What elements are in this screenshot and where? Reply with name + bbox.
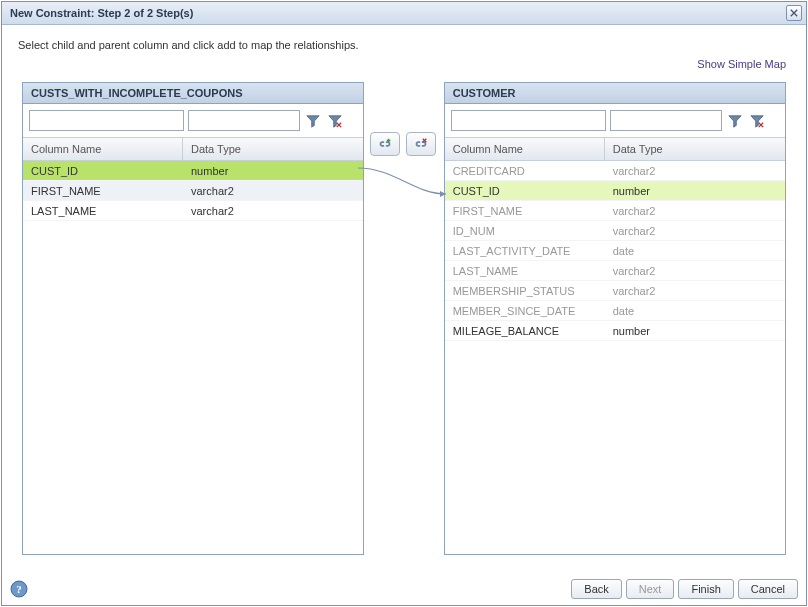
- table-row[interactable]: ID_NUMvarchar2: [445, 221, 785, 241]
- parent-clear-filter-button[interactable]: [748, 111, 766, 131]
- parent-filter-type-input[interactable]: [610, 110, 722, 131]
- table-row[interactable]: MEMBERSHIP_STATUSvarchar2: [445, 281, 785, 301]
- child-apply-filter-button[interactable]: [304, 111, 322, 131]
- data-type-cell: varchar2: [183, 185, 363, 197]
- column-name-cell: MILEAGE_BALANCE: [445, 325, 605, 337]
- table-row[interactable]: CREDITCARDvarchar2: [445, 161, 785, 181]
- child-table-panel: CUSTS_WITH_INCOMPLETE_COUPONS Column Nam…: [22, 82, 364, 555]
- funnel-icon: [728, 114, 742, 128]
- data-type-cell: date: [605, 305, 785, 317]
- child-rows: CUST_IDnumberFIRST_NAMEvarchar2LAST_NAME…: [23, 161, 363, 554]
- data-type-cell: number: [605, 325, 785, 337]
- child-filter-name-input[interactable]: [29, 110, 184, 131]
- table-row[interactable]: CUST_IDnumber: [23, 161, 363, 181]
- finish-button[interactable]: Finish: [678, 579, 733, 599]
- parent-header-name[interactable]: Column Name: [445, 138, 605, 160]
- table-row[interactable]: LAST_ACTIVITY_DATEdate: [445, 241, 785, 261]
- child-clear-filter-button[interactable]: [326, 111, 344, 131]
- parent-apply-filter-button[interactable]: [726, 111, 744, 131]
- parent-filter-name-input[interactable]: [451, 110, 606, 131]
- table-row[interactable]: MILEAGE_BALANCEnumber: [445, 321, 785, 341]
- column-name-cell: LAST_NAME: [445, 265, 605, 277]
- parent-table-title: CUSTOMER: [445, 83, 785, 104]
- help-icon: ?: [10, 580, 28, 598]
- data-type-cell: varchar2: [605, 225, 785, 237]
- svg-text:?: ?: [16, 583, 22, 595]
- data-type-cell: number: [605, 185, 785, 197]
- column-name-cell: CUST_ID: [23, 165, 183, 177]
- dialog-title-text: New Constraint: Step 2 of 2 Step(s): [10, 7, 193, 19]
- column-name-cell: LAST_NAME: [23, 205, 183, 217]
- data-type-cell: varchar2: [605, 285, 785, 297]
- data-type-cell: varchar2: [605, 205, 785, 217]
- data-type-cell: date: [605, 245, 785, 257]
- data-type-cell: varchar2: [183, 205, 363, 217]
- data-type-cell: varchar2: [605, 265, 785, 277]
- column-name-cell: FIRST_NAME: [23, 185, 183, 197]
- instruction-text: Select child and parent column and click…: [2, 25, 806, 59]
- column-name-cell: CREDITCARD: [445, 165, 605, 177]
- column-name-cell: FIRST_NAME: [445, 205, 605, 217]
- parent-table-panel: CUSTOMER Column Name Data Type CREDITCAR…: [444, 82, 786, 555]
- close-icon: [790, 9, 798, 17]
- help-button[interactable]: ?: [10, 580, 28, 598]
- column-name-cell: LAST_ACTIVITY_DATE: [445, 245, 605, 257]
- next-button[interactable]: Next: [626, 579, 675, 599]
- parent-rows: CREDITCARDvarchar2CUST_IDnumberFIRST_NAM…: [445, 161, 785, 554]
- funnel-clear-icon: [750, 114, 764, 128]
- child-filter-row: [23, 104, 363, 137]
- child-table-title: CUSTS_WITH_INCOMPLETE_COUPONS: [23, 83, 363, 104]
- dialog-footer: ? Back Next Finish Cancel: [10, 579, 798, 599]
- parent-filter-row: [445, 104, 785, 137]
- mapping-arrow: [354, 164, 454, 204]
- child-columns-header: Column Name Data Type: [23, 137, 363, 161]
- show-simple-map-link[interactable]: Show Simple Map: [697, 58, 786, 70]
- child-header-type[interactable]: Data Type: [183, 138, 363, 160]
- link-add-icon: [377, 137, 393, 151]
- data-type-cell: varchar2: [605, 165, 785, 177]
- cancel-button[interactable]: Cancel: [738, 579, 798, 599]
- dialog-title: New Constraint: Step 2 of 2 Step(s): [2, 2, 806, 25]
- child-filter-type-input[interactable]: [188, 110, 300, 131]
- data-type-cell: number: [183, 165, 363, 177]
- column-name-cell: MEMBERSHIP_STATUS: [445, 285, 605, 297]
- table-row[interactable]: LAST_NAMEvarchar2: [23, 201, 363, 221]
- close-button[interactable]: [786, 5, 802, 21]
- table-row[interactable]: CUST_IDnumber: [445, 181, 785, 201]
- column-name-cell: CUST_ID: [445, 185, 605, 197]
- parent-columns-header: Column Name Data Type: [445, 137, 785, 161]
- mapping-panels: CUSTS_WITH_INCOMPLETE_COUPONS Column Nam…: [22, 82, 786, 555]
- parent-header-type[interactable]: Data Type: [605, 138, 785, 160]
- column-name-cell: ID_NUM: [445, 225, 605, 237]
- mapping-middle: [364, 82, 443, 555]
- funnel-clear-icon: [328, 114, 342, 128]
- remove-mapping-button[interactable]: [406, 132, 436, 156]
- table-row[interactable]: LAST_NAMEvarchar2: [445, 261, 785, 281]
- table-row[interactable]: FIRST_NAMEvarchar2: [445, 201, 785, 221]
- table-row[interactable]: MEMBER_SINCE_DATEdate: [445, 301, 785, 321]
- add-mapping-button[interactable]: [370, 132, 400, 156]
- funnel-icon: [306, 114, 320, 128]
- back-button[interactable]: Back: [571, 579, 621, 599]
- link-remove-icon: [413, 137, 429, 151]
- table-row[interactable]: FIRST_NAMEvarchar2: [23, 181, 363, 201]
- child-header-name[interactable]: Column Name: [23, 138, 183, 160]
- column-name-cell: MEMBER_SINCE_DATE: [445, 305, 605, 317]
